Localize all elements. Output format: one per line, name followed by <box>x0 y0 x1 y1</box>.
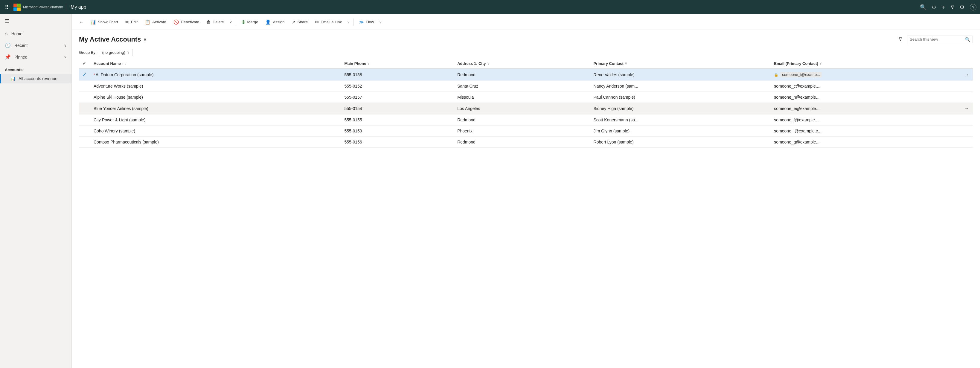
search-input[interactable] <box>910 37 963 41</box>
groupby-dropdown[interactable]: (no grouping) ∨ <box>99 49 133 56</box>
hamburger-icon[interactable]: ☰ <box>0 14 72 28</box>
toolbar-sep1 <box>235 19 236 26</box>
row-check-cell[interactable] <box>79 103 90 114</box>
sidebar-item-pinned[interactable]: 📌 Pinned ∨ <box>0 51 72 63</box>
delete-button[interactable]: 🗑 Delete <box>204 17 227 26</box>
table-row[interactable]: City Power & Light (sample)555-0155Redmo… <box>79 114 973 125</box>
view-header: My Active Accounts ∨ ⊽ 🔍 <box>72 30 980 46</box>
row-check-cell[interactable] <box>79 136 90 148</box>
row-nav-arrow[interactable]: → <box>961 68 973 81</box>
logo-sq-green <box>18 3 21 7</box>
row-city: Los Angeles <box>453 103 590 114</box>
flow-button[interactable]: ≫ Flow <box>356 17 377 27</box>
table-row[interactable]: Alpine Ski House (sample)555-0157Missoul… <box>79 92 973 103</box>
row-account-name[interactable]: Adventure Works (sample) <box>90 81 340 92</box>
merge-label: Merge <box>247 20 258 24</box>
row-account-name[interactable]: *A. Datum Corporation (sample) <box>90 68 340 81</box>
groupby-label: Group By: <box>79 50 97 55</box>
edit-button[interactable]: ✏ Edit <box>123 17 140 27</box>
row-check-cell[interactable] <box>79 125 90 136</box>
email-value: someone_i@examp... <box>780 72 822 78</box>
th-email[interactable]: Email (Primary Contact) ∨ <box>770 59 961 68</box>
th-check[interactable]: ✓ <box>79 59 90 68</box>
sort-asc-icon: ↑ <box>122 62 124 65</box>
show-chart-button[interactable]: 📊 Show Chart <box>88 17 121 27</box>
settings-icon[interactable]: ⚙ <box>960 4 964 11</box>
table-row[interactable]: Blue Yonder Airlines (sample)555-0154Los… <box>79 103 973 114</box>
edit-label: Edit <box>131 20 138 24</box>
view-title-chevron[interactable]: ∨ <box>143 36 147 42</box>
pinned-icon: 📌 <box>5 54 11 60</box>
city-sort-icon: ∨ <box>487 62 490 65</box>
row-main-phone: 555-0157 <box>340 92 453 103</box>
row-email[interactable]: someone_g@example.... <box>770 136 961 148</box>
sidebar-item-all-accounts[interactable]: 📊 All accounts revenue <box>0 74 72 83</box>
row-check-cell[interactable] <box>79 92 90 103</box>
home-label: Home <box>11 32 22 36</box>
table-row[interactable]: Adventure Works (sample)555-0152Santa Cr… <box>79 81 973 92</box>
email-link-button[interactable]: ✉ Email a Link <box>312 17 345 27</box>
pinned-chevron: ∨ <box>64 55 67 59</box>
row-check-cell[interactable] <box>79 81 90 92</box>
all-accounts-label: All accounts revenue <box>19 76 57 81</box>
row-email[interactable]: someone_j@example.c... <box>770 125 961 136</box>
merge-button[interactable]: ⊕ Merge <box>239 17 261 27</box>
row-arrow-icon[interactable]: → <box>964 106 969 111</box>
th-contact[interactable]: Primary Contact ∨ <box>590 59 771 68</box>
row-email[interactable]: someone_f@example.... <box>770 114 961 125</box>
nav-divider <box>67 3 67 11</box>
th-city-label: Address 1: City <box>457 61 486 66</box>
th-main-phone[interactable]: Main Phone ∨ <box>340 59 453 68</box>
phone-sort-icon: ∨ <box>367 62 370 65</box>
help-icon[interactable]: ? <box>970 4 977 11</box>
search-icon[interactable]: 🔍 <box>920 4 926 11</box>
sidebar-item-home[interactable]: ⌂ Home <box>0 28 72 40</box>
more-dropdown-button[interactable]: ∨ <box>228 18 233 26</box>
waffle-icon[interactable]: ⠿ <box>3 3 10 12</box>
th-account-name[interactable]: Account Name ↑ ↓ <box>90 59 340 68</box>
row-nav-arrow[interactable]: → <box>961 103 973 114</box>
circle-icon[interactable]: ⊙ <box>932 4 936 11</box>
row-email[interactable]: someone_e@example.... <box>770 103 961 114</box>
more-dropdown2-button[interactable]: ∨ <box>346 18 351 26</box>
share-label: Share <box>297 20 308 24</box>
row-main-phone: 555-0156 <box>340 136 453 148</box>
row-account-name[interactable]: City Power & Light (sample) <box>90 114 340 125</box>
deactivate-button[interactable]: 🚫 Deactivate <box>170 17 202 27</box>
deactivate-label: Deactivate <box>181 20 199 24</box>
table-row[interactable]: Contoso Pharmaceuticals (sample)555-0156… <box>79 136 973 148</box>
flow-dropdown-button[interactable]: ∨ <box>378 18 383 26</box>
row-email[interactable]: someone_c@example.... <box>770 81 961 92</box>
row-arrow-icon[interactable]: → <box>964 72 969 77</box>
row-account-name[interactable]: Alpine Ski House (sample) <box>90 92 340 103</box>
row-email[interactable]: someone_h@example.... <box>770 92 961 103</box>
row-check-cell[interactable] <box>79 114 90 125</box>
activate-button[interactable]: 📋 Activate <box>142 17 169 27</box>
row-account-name[interactable]: Coho Winery (sample) <box>90 125 340 136</box>
row-check-cell[interactable]: ✓ <box>79 68 90 81</box>
add-icon[interactable]: + <box>942 4 945 11</box>
row-main-phone: 555-0159 <box>340 125 453 136</box>
row-account-name[interactable]: Blue Yonder Airlines (sample) <box>90 103 340 114</box>
row-city: Missoula <box>453 92 590 103</box>
show-chart-label: Show Chart <box>98 20 118 24</box>
filter-icon-button[interactable]: ⊽ <box>896 35 905 44</box>
logo-sq-blue <box>13 8 17 11</box>
table-row[interactable]: Coho Winery (sample)555-0159PhoenixJim G… <box>79 125 973 136</box>
app-name[interactable]: My app <box>71 5 86 10</box>
groupby-value: (no grouping) <box>102 50 125 55</box>
filter-top-icon[interactable]: ⊽ <box>950 4 954 11</box>
recent-chevron: ∨ <box>64 43 67 48</box>
table-row[interactable]: ✓*A. Datum Corporation (sample)555-0158R… <box>79 68 973 81</box>
share-button[interactable]: ↗ Share <box>289 17 311 27</box>
th-city[interactable]: Address 1: City ∨ <box>453 59 590 68</box>
row-account-name[interactable]: Contoso Pharmaceuticals (sample) <box>90 136 340 148</box>
row-email[interactable]: 🔒someone_i@examp... <box>770 68 961 81</box>
sidebar-item-recent[interactable]: 🕐 Recent ∨ <box>0 40 72 51</box>
assign-button[interactable]: 👤 Assign <box>262 17 287 27</box>
assign-icon: 👤 <box>265 19 271 25</box>
ms-logo <box>13 3 21 11</box>
back-button[interactable]: ← <box>76 17 86 27</box>
row-contact: Scott Konersmann (sa... <box>590 114 771 125</box>
row-nav-arrow <box>961 136 973 148</box>
